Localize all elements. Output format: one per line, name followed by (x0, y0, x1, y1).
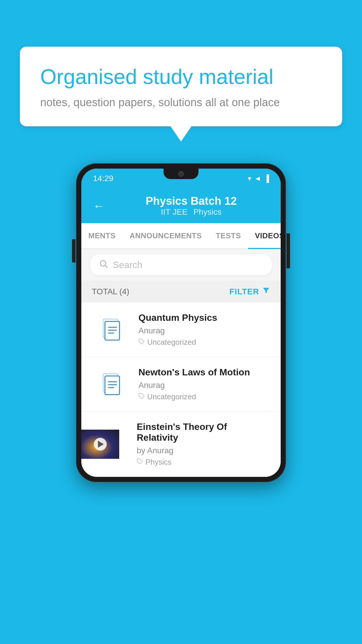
filter-funnel-icon (262, 286, 270, 297)
header-subtitle: IIT JEE Physics (161, 207, 222, 217)
video-author-1: Anurag (138, 326, 270, 335)
file-icon-2 (92, 371, 130, 397)
phone-notch (164, 169, 198, 179)
video-info-2: Newton's Laws of Motion Anurag Uncategor… (138, 367, 270, 401)
video-list: Quantum Physics Anurag Uncategorized (81, 302, 281, 477)
speech-bubble-tail (171, 126, 191, 141)
phone-mockup: 14:29 ▾ ◄ ▐ ← Physics Batch 12 IIT JEE (76, 163, 286, 482)
video-title-1: Quantum Physics (138, 312, 270, 323)
speech-bubble-card: Organised study material notes, question… (20, 47, 342, 126)
video-info-3: Einstein's Theory Of Relativity by Anura… (128, 421, 281, 467)
tab-ments[interactable]: MENTS (81, 223, 123, 249)
video-author-3: by Anurag (137, 446, 270, 455)
back-button[interactable]: ← (93, 200, 105, 212)
search-placeholder: Search (113, 260, 142, 270)
play-icon (98, 441, 104, 448)
total-count: TOTAL (4) (92, 287, 129, 296)
filter-bar: TOTAL (4) FILTER (81, 281, 281, 302)
search-icon (99, 259, 108, 271)
list-item[interactable]: Newton's Laws of Motion Anurag Uncategor… (81, 357, 281, 412)
play-button[interactable] (94, 438, 107, 451)
file-icon-1 (92, 317, 130, 342)
battery-icon: ▐ (264, 174, 269, 183)
header-title: Physics Batch 12 (146, 195, 237, 207)
tab-tests[interactable]: TESTS (209, 223, 248, 249)
search-container: Search (81, 249, 281, 281)
tabs-bar: MENTS ANNOUNCEMENTS TESTS VIDEOS (81, 223, 281, 249)
tag-icon-2 (138, 392, 145, 401)
signal-icon: ◄ (254, 174, 261, 183)
video-info-1: Quantum Physics Anurag Uncategorized (138, 312, 270, 347)
status-time: 14:29 (93, 174, 113, 183)
video-thumbnail-3 (81, 430, 119, 459)
video-title-3: Einstein's Theory Of Relativity (137, 421, 270, 443)
phone-outer: 14:29 ▾ ◄ ▐ ← Physics Batch 12 IIT JEE (76, 163, 286, 482)
tag-icon-3 (137, 458, 143, 467)
svg-rect-3 (105, 321, 120, 340)
header-title-area: Physics Batch 12 IIT JEE Physics (113, 195, 269, 217)
status-bar: 14:29 ▾ ◄ ▐ (81, 169, 281, 188)
wifi-icon: ▾ (248, 174, 251, 183)
header-subtitle-right: Physics (193, 207, 221, 217)
video-author-2: Anurag (138, 381, 270, 390)
list-item[interactable]: Einstein's Theory Of Relativity by Anura… (81, 412, 281, 477)
list-item[interactable]: Quantum Physics Anurag Uncategorized (81, 302, 281, 357)
svg-rect-9 (105, 376, 120, 395)
video-title-2: Newton's Laws of Motion (138, 367, 270, 378)
search-input-wrap[interactable]: Search (90, 254, 272, 275)
header-subtitle-left: IIT JEE (161, 207, 187, 217)
speech-bubble-section: Organised study material notes, question… (20, 47, 342, 141)
phone-camera (178, 171, 184, 177)
status-icons: ▾ ◄ ▐ (248, 174, 269, 183)
app-header: ← Physics Batch 12 IIT JEE Physics (81, 188, 281, 223)
filter-label: FILTER (229, 287, 259, 296)
video-tag-1: Uncategorized (138, 338, 270, 347)
speech-bubble-subtitle: notes, question papers, solutions all at… (40, 96, 322, 109)
video-tag-2: Uncategorized (138, 392, 270, 401)
tab-announcements[interactable]: ANNOUNCEMENTS (123, 223, 209, 249)
tag-icon-1 (138, 338, 145, 347)
svg-line-1 (105, 265, 107, 267)
phone-screen: 14:29 ▾ ◄ ▐ ← Physics Batch 12 IIT JEE (81, 169, 281, 477)
filter-button[interactable]: FILTER (229, 286, 270, 297)
tab-videos[interactable]: VIDEOS (248, 223, 281, 249)
speech-bubble-title: Organised study material (40, 64, 322, 89)
video-tag-3: Physics (137, 458, 270, 467)
